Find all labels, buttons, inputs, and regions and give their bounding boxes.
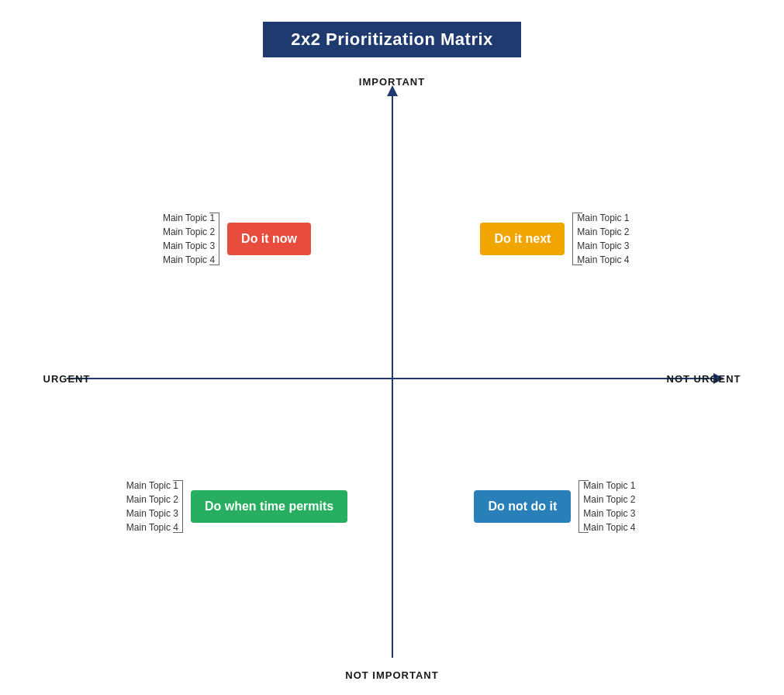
topic-item: Main Topic 2	[126, 494, 178, 505]
topic-item: Main Topic 4	[163, 254, 215, 265]
topic-item: Main Topic 1	[577, 213, 629, 223]
action-badge-do-not-do-it: Do not do it	[474, 490, 571, 523]
action-badge-do-it-now: Do it now	[227, 223, 311, 255]
topic-item: Main Topic 2	[577, 226, 629, 237]
matrix-container: IMPORTANT NOT IMPORTANT URGENT NOT URGEN…	[43, 76, 741, 681]
topic-item: Main Topic 3	[583, 508, 635, 519]
topic-item: Main Topic 3	[126, 508, 178, 519]
topic-item: Main Topic 3	[577, 240, 629, 251]
label-not-important: NOT IMPORTANT	[345, 669, 438, 681]
label-important: IMPORTANT	[359, 76, 425, 88]
topic-item: Main Topic 2	[583, 494, 635, 505]
topic-item: Main Topic 4	[577, 254, 629, 265]
topic-item: Main Topic 1	[126, 480, 178, 491]
topic-item: Main Topic 2	[163, 226, 215, 237]
action-badge-do-it-next: Do it next	[480, 223, 565, 255]
topic-item: Main Topic 4	[583, 522, 635, 533]
topic-item: Main Topic 1	[163, 213, 215, 223]
quadrant-bottom-right: Do not do it Main Topic 1 Main Topic 2 M…	[392, 379, 718, 634]
page-title: 2x2 Prioritization Matrix	[263, 22, 521, 57]
topic-list-bottom-left: Main Topic 1 Main Topic 2 Main Topic 3 M…	[126, 480, 183, 533]
quadrant-bottom-left: Main Topic 1 Main Topic 2 Main Topic 3 M…	[82, 379, 392, 634]
topic-list-top-right: Main Topic 1 Main Topic 2 Main Topic 3 M…	[572, 213, 629, 265]
topic-item: Main Topic 1	[583, 480, 635, 491]
quadrant-top-right: Do it next Main Topic 1 Main Topic 2 Mai…	[392, 99, 718, 379]
topic-list-bottom-right: Main Topic 1 Main Topic 2 Main Topic 3 M…	[579, 480, 635, 533]
topic-item: Main Topic 3	[163, 240, 215, 251]
quadrant-top-left: Main Topic 1 Main Topic 2 Main Topic 3 M…	[82, 99, 392, 379]
topic-item: Main Topic 4	[126, 522, 178, 533]
topic-list-top-left: Main Topic 1 Main Topic 2 Main Topic 3 M…	[163, 213, 219, 265]
action-badge-do-when-time-permits: Do when time permits	[191, 490, 347, 523]
